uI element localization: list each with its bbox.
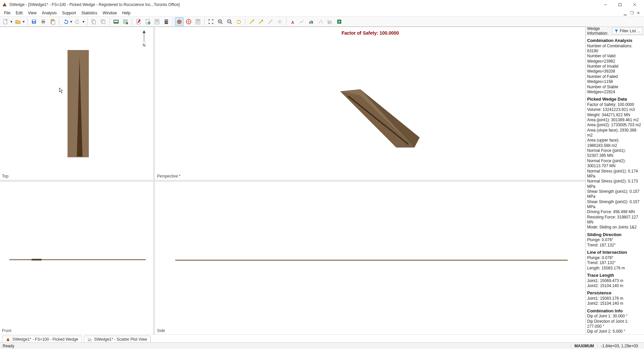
svg-marker-79 (60, 88, 62, 93)
trace-length-heading: Trace Length (587, 273, 643, 278)
minimize-button[interactable] (598, 0, 613, 9)
wedge-info-body[interactable]: Combination Analysis Number of Combinati… (586, 35, 644, 334)
export-excel-button[interactable] (335, 17, 344, 26)
view-front[interactable]: Front (0, 182, 153, 335)
menu-window[interactable]: Window (100, 10, 120, 16)
svg-point-93 (90, 339, 91, 340)
undo-dropdown[interactable]: ▾ (70, 19, 73, 24)
redo-button[interactable] (74, 17, 82, 26)
mdi-minimize-icon[interactable]: ▁ (622, 10, 628, 16)
zoom-in-button[interactable] (216, 17, 225, 26)
rotate-tool-button[interactable] (235, 17, 243, 26)
undo-button[interactable] (61, 17, 70, 26)
svg-rect-22 (102, 21, 105, 24)
wedge-tab-icon (6, 337, 10, 342)
bolt-tool-button[interactable] (247, 17, 256, 26)
svg-rect-85 (32, 259, 42, 260)
menu-statistics[interactable]: Statistics (79, 10, 100, 16)
zoom-out-button[interactable] (225, 17, 234, 26)
print-button[interactable] (39, 17, 48, 26)
svg-rect-84 (9, 259, 146, 260)
menu-edit[interactable]: Edit (13, 10, 25, 16)
info-line: Factor of Safety: 100.0000 (587, 102, 643, 107)
svg-marker-87 (615, 30, 618, 33)
view-top[interactable]: N Top (0, 27, 153, 180)
new-file-dropdown[interactable]: ▾ (10, 19, 13, 24)
svg-rect-67 (312, 21, 313, 24)
stereonet-button[interactable] (184, 17, 193, 26)
tab-scatter-plot[interactable]: SWedge1* - Scatter Plot View (84, 336, 151, 342)
pick-wedge-button[interactable] (288, 17, 297, 26)
svg-rect-31 (156, 20, 158, 21)
report-button[interactable] (153, 17, 161, 26)
info-line: Area (upper face): 1986183.588 m2 (587, 138, 643, 148)
svg-point-70 (329, 22, 330, 23)
excel-export-button[interactable] (121, 17, 130, 26)
tab-picked-wedge[interactable]: SWedge1* - FS=100 - Picked Wedge (2, 336, 82, 342)
status-mode: MAXIMUM (571, 344, 597, 348)
svg-point-55 (237, 20, 238, 21)
menu-analysis[interactable]: Analysis (39, 10, 60, 16)
info-line: Plunge: 0.076° (587, 255, 643, 260)
menu-help[interactable]: Help (119, 10, 133, 16)
svg-line-58 (259, 21, 262, 24)
wedge-info-title: Wedge Information: (587, 27, 611, 36)
filter-list-label: Filter List ... (620, 29, 640, 33)
zoom-extents-button[interactable] (207, 17, 215, 26)
redo-dropdown[interactable]: ▾ (82, 19, 85, 24)
sliding-direction-heading: Sliding Direction (587, 232, 643, 238)
copy-data-button[interactable] (89, 17, 98, 26)
svg-rect-44 (197, 20, 199, 21)
persistence-heading: Persistence (587, 290, 643, 296)
status-coordinates: -1.84e+03, 1.29e+03 (597, 344, 641, 348)
filter-list-button[interactable]: Filter List ... (612, 28, 643, 34)
delete-bolt-button[interactable] (266, 17, 275, 26)
maximize-button[interactable] (613, 0, 627, 9)
mdi-restore-icon[interactable]: ❐ (629, 10, 635, 16)
copy-window-button[interactable] (99, 17, 107, 26)
scatter-button[interactable] (326, 17, 334, 26)
info-line: Resisting Force: 319807.127 MN (587, 215, 643, 225)
mouse-cursor-icon (59, 88, 63, 94)
info-line: Number of Valid Wedges=23982 (587, 54, 643, 64)
svg-rect-46 (197, 22, 199, 22)
calculator-button[interactable] (162, 17, 171, 26)
svg-point-26 (126, 22, 128, 24)
display-options-button[interactable] (112, 17, 120, 26)
input-data-button[interactable] (134, 17, 143, 26)
info-line: Joint1: 15083.176 m (587, 296, 643, 301)
tab-label: SWedge1* - Scatter Plot View (94, 337, 147, 342)
cumulative-button[interactable] (316, 17, 325, 26)
status-bar: Ready MAXIMUM -1.84e+03, 1.29e+03 (0, 342, 644, 349)
info-line: Joint2: 15104.140 m (587, 301, 643, 306)
close-button[interactable] (627, 0, 642, 9)
open-file-button[interactable] (14, 17, 22, 26)
view-side[interactable]: Side (155, 182, 585, 335)
svg-point-72 (331, 21, 332, 22)
view-side-label: Side (157, 328, 165, 333)
svg-rect-45 (197, 21, 199, 22)
view-perspective[interactable]: Factor of Safety: 100.0000 Perspective * (155, 27, 585, 180)
mdi-close-icon[interactable]: ✕ (635, 10, 641, 16)
info-viewer-button[interactable] (194, 17, 202, 26)
compute-button[interactable] (143, 17, 152, 26)
histogram-button[interactable] (307, 17, 316, 26)
view-3d-button[interactable] (175, 17, 184, 26)
menu-file[interactable]: File (1, 10, 13, 16)
svg-rect-32 (156, 22, 158, 22)
svg-rect-66 (311, 20, 312, 24)
new-file-button[interactable] (1, 17, 10, 26)
open-file-dropdown[interactable]: ▾ (22, 19, 25, 24)
edit-bolt-button[interactable] (257, 17, 265, 26)
menu-view[interactable]: View (25, 10, 39, 16)
bolt-settings-button[interactable] (275, 17, 284, 26)
picked-wedge-heading: Picked Wedge Data (587, 97, 643, 102)
svg-rect-10 (33, 22, 35, 23)
svg-rect-36 (166, 21, 167, 22)
menu-bar: File Edit View Analysis Support Statisti… (0, 9, 644, 17)
svg-rect-15 (52, 19, 53, 20)
chart-1-button[interactable] (298, 17, 306, 26)
menu-support[interactable]: Support (60, 10, 79, 16)
save-button[interactable] (30, 17, 38, 26)
clipboard-button[interactable] (48, 17, 57, 26)
